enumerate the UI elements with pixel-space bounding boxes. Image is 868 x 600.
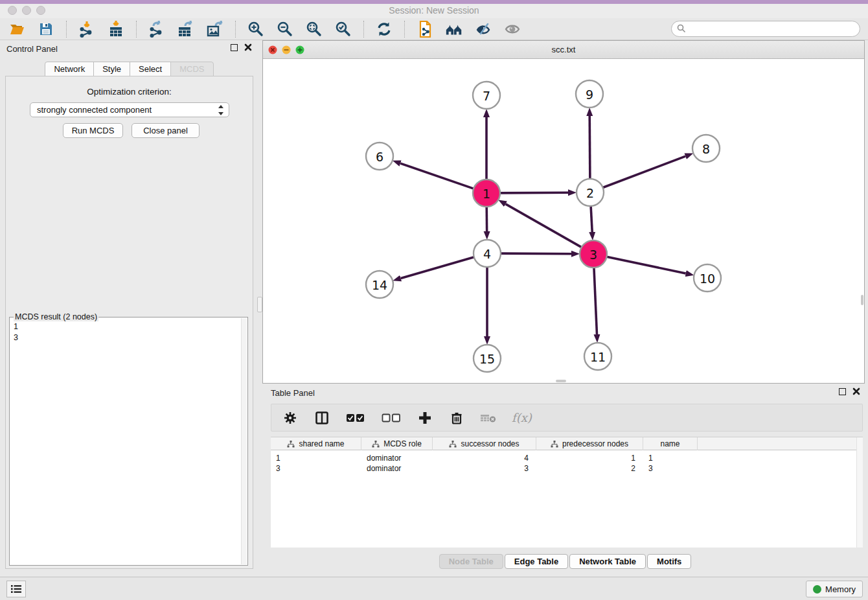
cell-predecessor-nodes[interactable]: 2 bbox=[536, 463, 643, 474]
memory-button[interactable]: Memory bbox=[806, 581, 863, 597]
app-window: Session: New Session bbox=[0, 0, 868, 600]
close-panel-icon[interactable] bbox=[244, 43, 252, 51]
node-11[interactable]: 11 bbox=[584, 343, 611, 370]
close-panel-button[interactable]: Close panel bbox=[131, 123, 200, 138]
network-graph[interactable]: 7968124314101511 bbox=[263, 59, 864, 384]
node-4[interactable]: 4 bbox=[474, 240, 501, 267]
result-scrollbar[interactable] bbox=[241, 318, 247, 564]
node-8[interactable]: 8 bbox=[692, 135, 720, 162]
function-builder-icon: f(x) bbox=[512, 411, 532, 424]
table-row[interactable]: 3dominator323 bbox=[271, 463, 856, 474]
zoom-fit-icon[interactable] bbox=[305, 20, 323, 38]
edge-4-3[interactable] bbox=[501, 253, 571, 254]
panel-divider-handle[interactable] bbox=[257, 297, 262, 312]
tab-mcds[interactable]: MCDS bbox=[170, 62, 213, 77]
svg-text:2: 2 bbox=[586, 186, 594, 200]
float-table-panel-icon[interactable] bbox=[839, 388, 846, 395]
zoom-selected-icon[interactable] bbox=[334, 20, 352, 38]
export-table-icon[interactable] bbox=[177, 20, 195, 38]
node-table-header: shared nameMCDS rolesuccessor nodesprede… bbox=[271, 437, 856, 450]
edge-3-10[interactable] bbox=[607, 257, 686, 273]
edge-4-14[interactable] bbox=[401, 257, 474, 279]
tab-select[interactable]: Select bbox=[130, 62, 171, 77]
table-panel: Table Panel bbox=[262, 384, 868, 577]
cell-successor-nodes[interactable]: 4 bbox=[433, 453, 536, 463]
node-14[interactable]: 14 bbox=[366, 271, 393, 298]
cell-shared-name[interactable]: 3 bbox=[271, 463, 361, 474]
run-mcds-button[interactable]: Run MCDS bbox=[63, 123, 123, 138]
zoom-out-icon[interactable] bbox=[276, 20, 294, 38]
network-titlebar[interactable]: scc.txt bbox=[263, 41, 864, 59]
column-header-predecessor-nodes[interactable]: predecessor nodes bbox=[536, 437, 643, 450]
zoom-in-icon[interactable] bbox=[247, 20, 265, 38]
mcds-result-list[interactable]: 1 3 bbox=[14, 321, 240, 564]
table-row[interactable]: 1dominator411 bbox=[271, 453, 856, 463]
task-history-button[interactable] bbox=[6, 581, 26, 597]
node-7[interactable]: 7 bbox=[473, 82, 500, 109]
select-all-checkboxes-icon[interactable] bbox=[345, 410, 366, 426]
float-panel-icon[interactable] bbox=[231, 44, 238, 51]
import-table-icon[interactable] bbox=[107, 20, 125, 38]
mcds-result-title: MCDS result (2 nodes) bbox=[14, 312, 98, 321]
node-15[interactable]: 15 bbox=[474, 345, 501, 372]
node-2[interactable]: 2 bbox=[577, 179, 604, 206]
column-header-successor-nodes[interactable]: successor nodes bbox=[433, 437, 536, 450]
node-10[interactable]: 10 bbox=[694, 264, 721, 292]
edge-3-11[interactable] bbox=[594, 268, 597, 334]
edge-2-3[interactable] bbox=[591, 206, 592, 232]
search-icon bbox=[677, 24, 686, 33]
tab-motifs[interactable]: Motifs bbox=[647, 554, 691, 569]
new-network-from-selection-icon[interactable] bbox=[416, 20, 434, 38]
network-hscroll-handle[interactable] bbox=[556, 380, 566, 382]
column-header-shared-name[interactable]: shared name bbox=[271, 437, 361, 450]
column-header-MCDS-role[interactable]: MCDS role bbox=[361, 437, 433, 450]
node-1[interactable]: 1 bbox=[473, 179, 500, 207]
node-9[interactable]: 9 bbox=[576, 80, 603, 108]
node-6[interactable]: 6 bbox=[366, 143, 393, 170]
tab-network-table[interactable]: Network Table bbox=[569, 554, 646, 569]
table-panel-buttons bbox=[839, 387, 860, 395]
edge-2-8[interactable] bbox=[603, 156, 686, 187]
criterion-select[interactable]: strongly connected component bbox=[30, 102, 229, 117]
edge-2-9[interactable] bbox=[589, 116, 590, 179]
delete-column-icon[interactable] bbox=[448, 410, 465, 426]
cell-MCDS-role[interactable]: dominator bbox=[361, 453, 433, 463]
clear-checkboxes-icon[interactable] bbox=[381, 410, 402, 426]
table-settings-icon[interactable] bbox=[282, 410, 299, 426]
column-header-name[interactable]: name bbox=[643, 437, 698, 450]
cell-successor-nodes[interactable]: 3 bbox=[433, 463, 536, 474]
svg-text:4: 4 bbox=[483, 247, 491, 261]
hide-selected-icon[interactable] bbox=[474, 20, 492, 38]
close-table-panel-icon[interactable] bbox=[852, 387, 860, 395]
cell-name[interactable]: 3 bbox=[643, 463, 698, 474]
node-3[interactable]: 3 bbox=[580, 240, 607, 268]
cell-predecessor-nodes[interactable]: 1 bbox=[536, 453, 643, 463]
first-neighbors-icon[interactable] bbox=[445, 20, 463, 38]
add-column-icon[interactable] bbox=[417, 410, 433, 426]
table-panel-title: Table Panel bbox=[271, 388, 315, 398]
apply-layout-icon[interactable] bbox=[375, 20, 393, 38]
export-image-icon[interactable] bbox=[206, 20, 224, 38]
network-vscroll-handle[interactable] bbox=[861, 295, 863, 305]
table-scrollbar[interactable] bbox=[856, 437, 863, 548]
toolbar-separator bbox=[66, 21, 67, 38]
svg-text:11: 11 bbox=[590, 350, 606, 364]
cell-name[interactable]: 1 bbox=[643, 453, 698, 463]
open-session-icon[interactable] bbox=[8, 20, 26, 38]
search-input[interactable] bbox=[671, 21, 860, 37]
export-network-icon[interactable] bbox=[148, 20, 166, 38]
save-session-icon[interactable] bbox=[37, 20, 55, 38]
tab-node-table[interactable]: Node Table bbox=[439, 554, 503, 569]
tab-network[interactable]: Network bbox=[45, 62, 94, 77]
cell-shared-name[interactable]: 1 bbox=[271, 453, 361, 463]
tab-edge-table[interactable]: Edge Table bbox=[505, 554, 568, 569]
split-columns-icon[interactable] bbox=[314, 410, 330, 426]
cell-MCDS-role[interactable]: dominator bbox=[361, 463, 433, 474]
edge-3-1[interactable] bbox=[506, 204, 582, 248]
network-canvas[interactable]: 7968124314101511 bbox=[263, 59, 864, 383]
tab-style[interactable]: Style bbox=[93, 62, 130, 77]
edge-1-6[interactable] bbox=[400, 163, 474, 189]
edge-1-2[interactable] bbox=[500, 192, 568, 193]
import-network-icon[interactable] bbox=[78, 20, 96, 38]
show-all-icon[interactable] bbox=[503, 20, 521, 38]
